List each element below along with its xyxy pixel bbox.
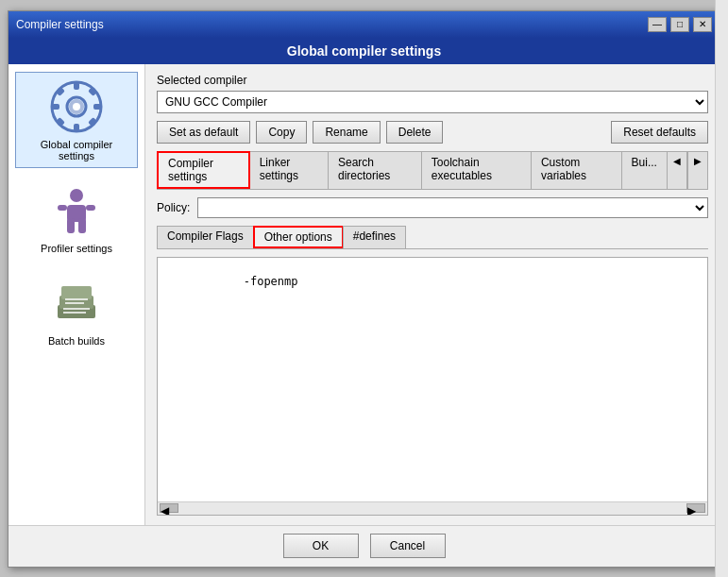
inner-tab-compiler-flags[interactable]: Compiler Flags (157, 226, 254, 248)
svg-rect-4 (52, 104, 59, 110)
svg-rect-3 (74, 124, 79, 131)
sidebar-item-batch-builds[interactable]: Batch builds (15, 268, 138, 353)
svg-rect-15 (78, 218, 86, 233)
action-buttons-row: Set as default Copy Rename Delete Reset … (157, 121, 708, 144)
compiler-field-row: Selected compiler GNU GCC Compiler (157, 74, 708, 113)
svg-rect-5 (93, 104, 101, 110)
policy-label: Policy: (157, 201, 190, 214)
compiler-select[interactable]: GNU GCC Compiler (157, 91, 708, 113)
cancel-button[interactable]: Cancel (370, 534, 446, 558)
inner-tab-defines[interactable]: #defines (343, 226, 406, 248)
selected-compiler-label: Selected compiler (157, 74, 708, 87)
tab-build[interactable]: Bui... (621, 151, 668, 189)
window-header: Global compiler settings (8, 38, 720, 64)
svg-rect-17 (86, 205, 95, 211)
tab-custom-variables[interactable]: Custom variables (531, 151, 622, 189)
sidebar-global-compiler-label: Global compilersettings (41, 139, 112, 161)
horizontal-scrollbar[interactable]: ◀ ▶ (158, 501, 707, 515)
svg-rect-20 (61, 286, 92, 299)
sidebar-profiler-label: Profiler settings (41, 243, 112, 254)
sidebar: Global compilersettings (8, 64, 145, 525)
footer: OK Cancel (8, 525, 720, 567)
svg-rect-14 (67, 218, 75, 233)
options-textarea-container: -fopenmp ◀ ▶ (157, 257, 708, 516)
inner-tab-other-options[interactable]: Other options (253, 226, 344, 248)
window-title: Compiler settings (16, 18, 104, 31)
svg-rect-9 (88, 117, 97, 127)
scrollbar-left-btn[interactable]: ◀ (160, 503, 178, 513)
sidebar-item-global-compiler[interactable]: Global compilersettings (15, 72, 138, 168)
set-as-default-button[interactable]: Set as default (157, 121, 250, 144)
policy-select[interactable] (197, 197, 708, 218)
svg-rect-2 (74, 82, 79, 90)
main-window: Compiler settings — □ ✕ Global compiler … (8, 10, 720, 568)
svg-rect-8 (56, 117, 65, 127)
main-content: Selected compiler GNU GCC Compiler Set a… (145, 64, 720, 525)
tab-linker-settings[interactable]: Linker settings (249, 151, 329, 189)
svg-point-11 (73, 103, 80, 110)
profiler-icon (48, 182, 105, 239)
gear-icon (48, 78, 105, 135)
tab-toolchain-executables[interactable]: Toolchain executables (421, 151, 532, 189)
rename-button[interactable]: Rename (313, 121, 380, 144)
policy-row: Policy: (157, 197, 708, 218)
reset-defaults-button[interactable]: Reset defaults (611, 121, 708, 144)
copy-button[interactable]: Copy (256, 121, 307, 144)
batch-builds-icon (48, 275, 105, 331)
scrollbar-track (178, 503, 686, 513)
tab-search-directories[interactable]: Search directories (328, 151, 422, 189)
svg-rect-6 (56, 87, 65, 96)
minimize-button[interactable]: — (648, 17, 667, 32)
svg-point-12 (70, 189, 83, 202)
options-textarea[interactable]: -fopenmp (158, 258, 707, 501)
close-button[interactable]: ✕ (693, 17, 712, 32)
svg-rect-16 (58, 205, 67, 211)
maximize-button[interactable]: □ (670, 17, 689, 32)
window-body: Global compilersettings (8, 64, 720, 525)
scrollbar-right-btn[interactable]: ▶ (686, 503, 705, 513)
inner-tabs-row: Compiler Flags Other options #defines (157, 226, 708, 249)
title-bar-controls: — □ ✕ (648, 17, 712, 32)
main-tabs-row: Compiler settings Linker settings Search… (157, 151, 708, 190)
sidebar-item-profiler[interactable]: Profiler settings (15, 176, 138, 261)
title-bar: Compiler settings — □ ✕ (8, 11, 720, 38)
delete-button[interactable]: Delete (386, 121, 444, 144)
svg-rect-7 (88, 87, 97, 96)
tab-scroll-left-button[interactable]: ◀ (667, 151, 687, 189)
sidebar-batch-builds-label: Batch builds (48, 335, 105, 347)
ok-button[interactable]: OK (283, 534, 359, 558)
tab-compiler-settings[interactable]: Compiler settings (157, 151, 250, 189)
tab-scroll-right-button[interactable]: ▶ (687, 151, 708, 189)
